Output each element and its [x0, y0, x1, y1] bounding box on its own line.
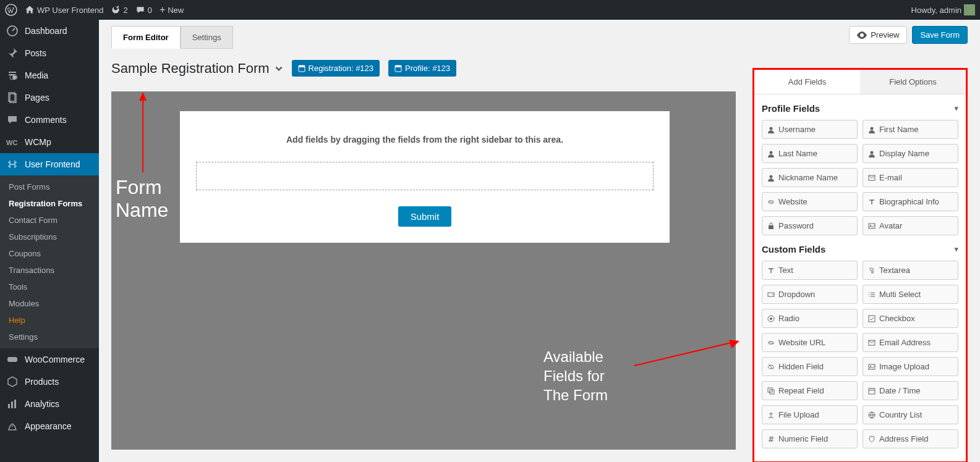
chevron-down-icon: [275, 64, 283, 73]
tab-field-options[interactable]: Field Options: [860, 70, 966, 94]
field-checkbox[interactable]: Checkbox: [863, 309, 958, 328]
field-address-field[interactable]: Address Field: [863, 429, 958, 448]
field-first-name[interactable]: First Name: [863, 120, 958, 139]
svg-point-19: [770, 127, 773, 130]
sidebar-subitem-help[interactable]: Help: [0, 312, 99, 329]
field-multi-select[interactable]: Multi Select: [863, 285, 958, 304]
mail-icon: [868, 339, 876, 346]
field-label: Textarea: [879, 266, 910, 275]
sidebar-item-label: Media: [25, 70, 48, 80]
field-repeat-field[interactable]: Repeat Field: [762, 381, 858, 400]
registration-badge[interactable]: Registration: #123: [292, 60, 380, 77]
fields-scroll[interactable]: Profile Fields▾ UsernameFirst NameLast N…: [754, 94, 966, 461]
field-label: Password: [778, 221, 814, 230]
field-radio[interactable]: Radio: [762, 309, 858, 328]
submit-button[interactable]: Submit: [398, 206, 452, 227]
sidebar-item-woocommerce[interactable]: WooCommerce: [0, 348, 99, 371]
field-label: File Upload: [778, 410, 819, 419]
analytics-icon: [6, 398, 19, 410]
arrow-icon: [130, 92, 168, 185]
svg-rect-14: [395, 65, 401, 67]
sidebar-item-label: WooCommerce: [25, 355, 85, 364]
sidebar-item-products[interactable]: Products: [0, 371, 99, 393]
field-country-list[interactable]: Country List: [863, 405, 958, 424]
eye-icon: [767, 363, 775, 371]
chevron-down-icon: ▾: [955, 104, 958, 112]
user-icon: [767, 150, 775, 158]
field-textarea[interactable]: Textarea: [863, 261, 958, 280]
field-label: Repeat Field: [778, 386, 824, 395]
sidebar-item-user-frontend[interactable]: User Frontend: [0, 153, 99, 175]
howdy-link[interactable]: Howdy, admin: [911, 4, 975, 15]
page-icon: [6, 91, 19, 104]
svg-point-21: [770, 151, 773, 154]
field-biographical-info[interactable]: Biographical Info: [863, 192, 958, 211]
field-date-time[interactable]: Date / Time: [863, 381, 958, 400]
field-hidden-field[interactable]: Hidden Field: [762, 357, 858, 376]
sidebar-subitem-settings[interactable]: Settings: [0, 329, 99, 345]
form-title[interactable]: Sample Registration Form: [111, 61, 283, 77]
field-label: Text: [778, 266, 793, 275]
field-last-name[interactable]: Last Name: [762, 144, 858, 163]
field-nickname-name[interactable]: Nickname Name: [762, 168, 858, 187]
save-form-button[interactable]: Save Form: [912, 26, 968, 44]
sidebar-item-dashboard[interactable]: Dashboard: [0, 20, 99, 42]
tab-add-fields[interactable]: Add Fields: [754, 70, 860, 94]
cal-icon: [868, 387, 876, 395]
tab-settings[interactable]: Settings: [181, 26, 233, 49]
field-avatar[interactable]: Avatar: [863, 216, 958, 235]
sidebar-item-wcmp[interactable]: WCWCMp: [0, 131, 99, 153]
field-label: Dropdown: [778, 290, 815, 299]
comment-icon: [6, 114, 19, 126]
field-username[interactable]: Username: [762, 120, 858, 139]
userfront-icon: [6, 158, 19, 170]
field-password[interactable]: Password: [762, 216, 858, 235]
field-file-upload[interactable]: File Upload: [762, 405, 858, 424]
sidebar-subitem-subscriptions[interactable]: Subscriptions: [0, 229, 99, 245]
field-e-mail[interactable]: E-mail: [863, 168, 958, 187]
svg-rect-6: [7, 357, 17, 362]
tab-form-editor[interactable]: Form Editor: [111, 26, 181, 49]
field-dropdown[interactable]: Dropdown: [762, 285, 858, 304]
field-email-address[interactable]: Email Address: [863, 333, 958, 352]
mail-icon: [868, 174, 876, 182]
sidebar-subitem-modules[interactable]: Modules: [0, 295, 99, 312]
site-link[interactable]: WP User Frontend: [25, 5, 103, 15]
new-link[interactable]: +New: [160, 4, 184, 15]
sidebar-subitem-registration-forms[interactable]: Registration Forms: [0, 195, 99, 212]
field-numeric-field[interactable]: Numeric Field: [762, 429, 858, 448]
woo-icon: [6, 353, 19, 366]
sidebar-subitem-post-forms[interactable]: Post Forms: [0, 178, 99, 195]
field-label: First Name: [879, 125, 919, 134]
form-tabs: Form Editor Settings: [111, 26, 968, 49]
field-label: Country List: [879, 410, 922, 419]
field-label: Email Address: [879, 338, 931, 347]
sidebar-item-posts[interactable]: Posts: [0, 42, 99, 64]
comments-link[interactable]: 0: [135, 5, 152, 15]
preview-button[interactable]: Preview: [849, 26, 907, 44]
user-icon: [767, 126, 775, 133]
sidebar-subitem-contact-form[interactable]: Contact Form: [0, 212, 99, 229]
sidebar-subitem-tools[interactable]: Tools: [0, 279, 99, 295]
sidebar-item-pages[interactable]: Pages: [0, 86, 99, 109]
field-text[interactable]: Text: [762, 261, 858, 280]
section-custom-fields[interactable]: Custom Fields▾: [762, 235, 958, 261]
field-display-name[interactable]: Display Name: [863, 144, 958, 163]
form-canvas-wrap: Add fields by dragging the fields from t…: [111, 91, 736, 450]
sidebar-item-comments[interactable]: Comments: [0, 109, 99, 131]
sidebar-item-media[interactable]: Media: [0, 64, 99, 86]
profile-badge[interactable]: Profile: #123: [388, 60, 456, 77]
sidebar-item-analytics[interactable]: Analytics: [0, 393, 99, 415]
dropzone[interactable]: [196, 162, 654, 190]
section-profile-fields[interactable]: Profile Fields▾: [762, 94, 958, 120]
updates-link[interactable]: 2: [111, 5, 127, 15]
field-website-url[interactable]: Website URL: [762, 333, 858, 352]
field-website[interactable]: Website: [762, 192, 858, 211]
sidebar-item-appearance[interactable]: Appearance: [0, 415, 99, 437]
field-label: Last Name: [778, 149, 817, 158]
field-image-upload[interactable]: Image Upload: [863, 357, 958, 376]
sidebar-subitem-coupons[interactable]: Coupons: [0, 245, 99, 262]
wp-logo[interactable]: [5, 4, 17, 16]
sidebar-subitem-transactions[interactable]: Transactions: [0, 262, 99, 279]
appearance-icon: [6, 420, 19, 432]
